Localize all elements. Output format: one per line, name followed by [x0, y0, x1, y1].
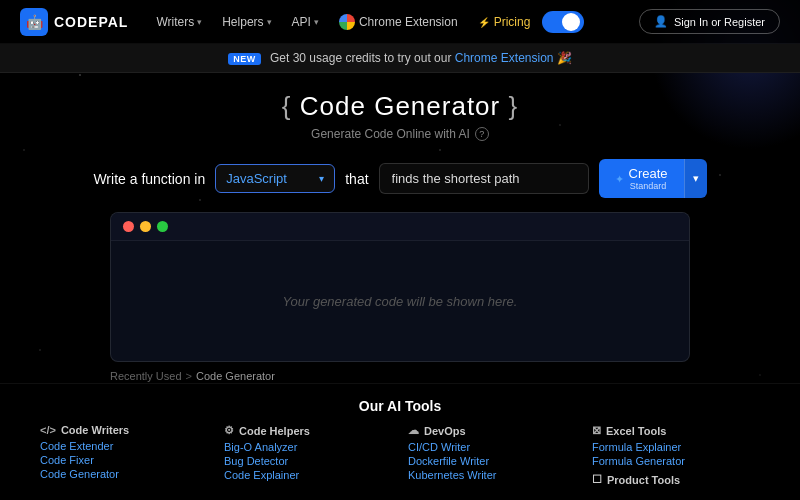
language-selector[interactable]: JavaScript ▾ [215, 164, 335, 193]
create-dropdown-button[interactable]: ▾ [684, 159, 707, 198]
link-dockerfile-writer[interactable]: Dockerfile Writer [408, 455, 576, 467]
link-cicd-writer[interactable]: CI/CD Writer [408, 441, 576, 453]
window-dot-green [157, 221, 168, 232]
code-body: Your generated code will be shown here. [111, 241, 689, 361]
bolt-icon [478, 15, 490, 29]
write-label: Write a function in [93, 171, 205, 187]
chrome-extension-banner-link[interactable]: Chrome Extension [455, 51, 554, 65]
breadcrumb: Recently Used > Code Generator [110, 370, 690, 382]
code-placeholder-text: Your generated code will be shown here. [283, 294, 518, 309]
function-input-row: Write a function in JavaScript ▾ that Cr… [93, 159, 706, 198]
window-dot-red [123, 221, 134, 232]
link-bug-detector[interactable]: Bug Detector [224, 455, 392, 467]
tool-column-devops: ☁ DevOps CI/CD Writer Dockerfile Writer … [408, 424, 576, 490]
col-header-devops: ☁ DevOps [408, 424, 576, 437]
breadcrumb-separator: > [186, 370, 192, 382]
nav-links: Writers ▾ Helpers ▾ API ▾ Chrome Extensi… [148, 10, 618, 34]
create-button[interactable]: Create Standard [599, 159, 684, 198]
link-formula-generator[interactable]: Formula Generator [592, 455, 760, 467]
code-titlebar [111, 213, 689, 241]
chrome-extension-link[interactable]: Chrome Extension [331, 10, 466, 34]
theme-toggle[interactable] [542, 11, 584, 33]
promo-banner: NEW Get 30 usage credits to try out our … [0, 44, 800, 73]
breadcrumb-recently-used[interactable]: Recently Used [110, 370, 182, 382]
brace-close: } [508, 91, 518, 121]
logo-icon: 🤖 [20, 8, 48, 36]
footer-title: Our AI Tools [40, 398, 760, 414]
user-icon [654, 15, 668, 28]
code-helpers-icon: ⚙ [224, 424, 234, 437]
code-output-container: Your generated code will be shown here. [110, 212, 690, 362]
link-kubernetes-writer[interactable]: Kubernetes Writer [408, 469, 576, 481]
navbar: 🤖 CODEPAL Writers ▾ Helpers ▾ API ▾ Chro… [0, 0, 800, 44]
that-label: that [345, 171, 368, 187]
col-header-code-helpers: ⚙ Code Helpers [224, 424, 392, 437]
brace-open: { [282, 91, 292, 121]
chrome-icon [339, 14, 355, 30]
link-code-generator[interactable]: Code Generator [40, 468, 208, 480]
link-code-fixer[interactable]: Code Fixer [40, 454, 208, 466]
col-header-excel-tools: ⊠ Excel Tools [592, 424, 760, 437]
chevron-down-icon: ▾ [314, 17, 319, 27]
sign-in-button[interactable]: Sign In or Register [639, 9, 780, 34]
logo-text: CODEPAL [54, 14, 128, 30]
chevron-down-icon: ▾ [319, 173, 324, 184]
nav-item-api[interactable]: API ▾ [284, 11, 327, 33]
tool-column-code-writers: </> Code Writers Code Extender Code Fixe… [40, 424, 208, 490]
col-header-product-tools: ☐ Product Tools [592, 473, 760, 486]
toggle-dot [562, 13, 580, 31]
breadcrumb-current: Code Generator [196, 370, 275, 382]
tools-grid: </> Code Writers Code Extender Code Fixe… [40, 424, 760, 490]
code-writers-icon: </> [40, 424, 56, 436]
link-code-explainer[interactable]: Code Explainer [224, 469, 392, 481]
link-code-extender[interactable]: Code Extender [40, 440, 208, 452]
chevron-down-icon: ▾ [267, 17, 272, 27]
link-formula-explainer[interactable]: Formula Explainer [592, 441, 760, 453]
plus-icon [615, 171, 624, 186]
link-big-o-analyzer[interactable]: Big-O Analyzer [224, 441, 392, 453]
subtitle: Generate Code Online with AI ? [311, 127, 489, 141]
create-button-group: Create Standard ▾ [599, 159, 707, 198]
window-dot-yellow [140, 221, 151, 232]
devops-icon: ☁ [408, 424, 419, 437]
page-title: { Code Generator } [282, 91, 518, 122]
tool-column-excel-tools: ⊠ Excel Tools Formula Explainer Formula … [592, 424, 760, 490]
col-header-code-writers: </> Code Writers [40, 424, 208, 436]
excel-tools-icon: ⊠ [592, 424, 601, 437]
function-description-input[interactable] [379, 163, 589, 194]
logo[interactable]: 🤖 CODEPAL [20, 8, 128, 36]
tool-column-code-helpers: ⚙ Code Helpers Big-O Analyzer Bug Detect… [224, 424, 392, 490]
pricing-link[interactable]: Pricing [470, 11, 539, 33]
footer-tools: Our AI Tools </> Code Writers Code Exten… [0, 383, 800, 500]
product-tools-icon: ☐ [592, 473, 602, 486]
nav-item-writers[interactable]: Writers ▾ [148, 11, 210, 33]
nav-item-helpers[interactable]: Helpers ▾ [214, 11, 279, 33]
help-icon[interactable]: ? [475, 127, 489, 141]
new-badge: NEW [228, 53, 261, 65]
main-content: { Code Generator } Generate Code Online … [0, 73, 800, 383]
chevron-down-icon: ▾ [197, 17, 202, 27]
